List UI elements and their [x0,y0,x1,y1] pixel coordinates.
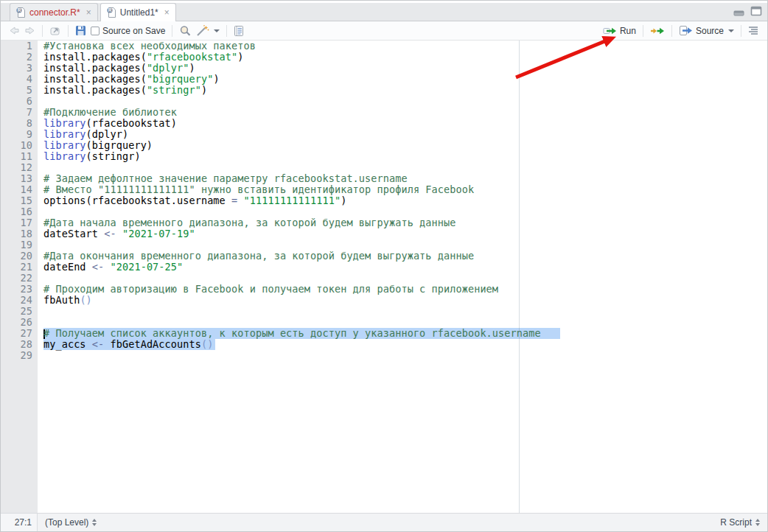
code-line[interactable]: 26 [1,317,767,328]
code-line[interactable]: 21dateEnd <- "2021-07-25" [1,262,767,273]
code-line[interactable]: 3install.packages("dplyr") [1,63,767,74]
code-line[interactable]: 13# Задаем дефолтное значение параметру … [1,173,767,184]
source-on-save-toggle[interactable]: Source on Save [88,24,167,38]
r-file-icon: R [16,7,26,18]
toolbar-separator [172,25,172,37]
back-arrow-icon [9,26,20,35]
code-line[interactable]: 6 [1,96,767,107]
compile-report-button[interactable] [231,24,246,38]
code-line[interactable]: 17#Дата начала временного диапазона, за … [1,217,767,228]
code-text: fbAuth() [38,295,92,306]
source-on-save-checkbox[interactable] [91,27,100,35]
line-number: 10 [1,140,38,151]
line-number: 22 [1,273,38,284]
line-number: 13 [1,173,38,184]
open-in-new-window-button[interactable] [47,24,63,38]
search-icon [179,25,192,37]
maximize-pane-icon[interactable] [750,6,762,16]
code-text [38,96,43,107]
code-text: library(stringr) [38,151,141,162]
code-line[interactable]: 1#Установка всех необходимых пакетов [1,41,767,52]
source-button[interactable]: Source [677,24,736,38]
show-outline-button[interactable] [746,24,761,37]
code-text: # Вместо "11111111111111" нужно вставить… [38,184,474,195]
code-line[interactable]: 20#Дата окончания временного диапазона, … [1,251,767,262]
close-icon[interactable]: × [86,8,91,17]
save-button[interactable] [73,24,88,38]
code-line[interactable]: 14# Вместо "11111111111111" нужно встави… [1,184,767,195]
code-text [38,239,43,251]
file-type-label: R Script [720,517,752,528]
line-number: 8 [1,118,38,129]
minimize-pane-icon[interactable] [733,6,745,16]
tab-label: connector.R* [29,7,80,18]
code-line[interactable]: 12 [1,162,767,173]
code-lines: 1#Установка всех необходимых пакетов2ins… [1,41,767,361]
code-line[interactable]: 16 [1,206,767,217]
code-text: dateEnd <- "2021-07-25" [38,262,183,273]
line-number: 14 [1,184,38,195]
line-number: 21 [1,262,38,273]
line-number: 28 [1,339,38,350]
magic-wand-icon [196,25,209,37]
rstudio-source-pane: R connector.R* × R Untitled1* × [0,0,768,532]
r-file-icon: R [107,7,116,18]
back-button[interactable] [7,24,22,37]
code-tools-button[interactable] [194,24,222,38]
code-line[interactable]: 5install.packages("stringr") [1,85,767,96]
code-text: library(bigrquery) [38,140,153,151]
code-line[interactable]: 15options(rfacebookstat.username = "1111… [1,195,767,206]
code-line[interactable]: 9library(dplyr) [1,129,767,140]
print-margin-line [519,41,520,513]
code-line[interactable]: 24fbAuth() [1,295,767,306]
code-text [38,162,43,173]
line-number: 23 [1,284,38,295]
line-number: 26 [1,317,38,328]
code-line[interactable]: 23# Проходим авторизацию в Facebook и по… [1,284,767,295]
code-line[interactable]: 11library(stringr) [1,151,767,162]
toolbar-separator [68,25,69,37]
code-line[interactable]: 7#Подключение библиотек [1,107,767,118]
code-line[interactable]: 29 [1,350,767,361]
code-text: library(dplyr) [38,129,128,140]
chevron-down-icon[interactable] [728,29,734,32]
code-line[interactable]: 10library(bigrquery) [1,140,767,151]
code-line[interactable]: 22 [1,273,767,284]
code-line[interactable]: 19 [1,239,767,251]
close-icon[interactable]: × [164,8,170,17]
code-text: dateStart <- "2021-07-19" [38,228,195,239]
tab-untitled1[interactable]: R Untitled1* × [100,3,176,21]
notebook-icon [234,25,244,37]
line-number: 6 [1,96,38,107]
line-number: 18 [1,228,38,239]
code-text: my_accs <- fbGetAdAccounts() [38,339,215,350]
code-text: # Проходим авторизацию в Facebook и полу… [38,284,498,295]
run-icon [603,26,617,36]
code-line[interactable]: 25 [1,306,767,317]
line-number: 20 [1,251,38,262]
popout-window-icon [49,26,61,36]
chevron-down-icon[interactable] [214,29,220,32]
line-number: 29 [1,350,38,361]
line-number: 24 [1,295,38,306]
file-type-selector[interactable]: R Script [720,517,760,528]
find-replace-button[interactable] [177,24,194,38]
code-text [38,306,43,317]
code-line[interactable]: 27# Получаем список аккаунтов, к которым… [1,328,767,339]
code-line[interactable]: 2install.packages("rfacebookstat") [1,52,767,63]
code-line[interactable]: 18dateStart <- "2021-07-19" [1,228,767,239]
scope-selector[interactable]: (Top Level) [45,517,97,528]
code-line[interactable]: 28my_accs <- fbGetAdAccounts() [1,339,767,350]
run-button[interactable]: Run [601,24,638,38]
code-line[interactable]: 8library(rfacebookstat) [1,118,767,129]
tab-connector-r[interactable]: R connector.R* × [10,3,98,21]
line-number: 7 [1,107,38,118]
line-number: 11 [1,151,38,162]
code-editor[interactable]: 1#Установка всех необходимых пакетов2ins… [1,41,767,513]
line-number: 9 [1,129,38,140]
rerun-icon [650,26,665,36]
code-line[interactable]: 4install.packages("bigrquery") [1,74,767,85]
code-text: install.packages("bigrquery") [38,74,220,85]
forward-button[interactable] [22,24,38,37]
rerun-button[interactable] [648,24,667,38]
